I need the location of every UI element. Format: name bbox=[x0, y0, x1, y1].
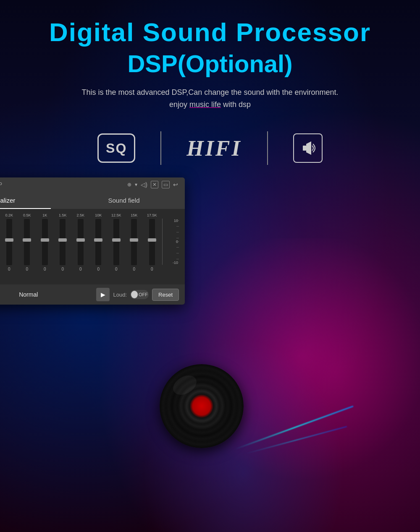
tab-sound-field[interactable]: Sound field bbox=[63, 192, 185, 209]
eq-panel: ⌂ Audio 4:25 ● P ⊕ ▾ ◁) ✕ ▭ ↩ Equalizer … bbox=[0, 177, 185, 305]
loud-label: Loud: bbox=[113, 292, 127, 298]
scale-top: 10 bbox=[174, 219, 178, 223]
eq-channel-3: 0.2K0 bbox=[1, 213, 18, 271]
window-icon[interactable]: ▭ bbox=[162, 181, 170, 188]
icon-divider-1 bbox=[160, 131, 161, 165]
main-title: Digital Sound Processor bbox=[49, 17, 371, 48]
slider-thumb-8[interactable] bbox=[94, 238, 102, 242]
slider-track-8[interactable] bbox=[95, 219, 101, 265]
channel-value-11: 0 bbox=[151, 267, 153, 271]
vinyl-outer bbox=[160, 364, 244, 448]
close-icon[interactable]: ✕ bbox=[151, 181, 158, 188]
next-button[interactable]: ▶ bbox=[96, 288, 110, 301]
slider-thumb-10[interactable] bbox=[130, 238, 138, 242]
slider-track-11[interactable] bbox=[149, 219, 155, 265]
slider-thumb-11[interactable] bbox=[148, 238, 156, 242]
description-suffix: with dsp bbox=[221, 100, 251, 109]
description: This is the most advanced DSP,Can change… bbox=[49, 86, 371, 111]
slider-thumb-6[interactable] bbox=[58, 238, 67, 242]
slider-track-4[interactable] bbox=[24, 219, 30, 265]
icons-row: SQ HIFI bbox=[97, 131, 323, 165]
slider-thumb-3[interactable] bbox=[5, 238, 13, 242]
slider-track-10[interactable] bbox=[131, 219, 137, 265]
status-icons: ⊕ ▾ ◁) ✕ ▭ ↩ bbox=[127, 181, 178, 188]
slider-thumb-7[interactable] bbox=[76, 238, 85, 242]
slider-track-3[interactable] bbox=[6, 219, 12, 265]
channel-value-10: 0 bbox=[133, 267, 135, 271]
slider-track-6[interactable] bbox=[60, 219, 66, 265]
icon-divider-2 bbox=[267, 131, 268, 165]
channel-label-11: 17.5K bbox=[147, 213, 157, 217]
slider-track-7[interactable] bbox=[78, 219, 84, 265]
eq-scale: 10 0 -10 bbox=[162, 219, 179, 265]
channel-value-7: 0 bbox=[79, 267, 82, 271]
description-music: music life bbox=[189, 100, 221, 109]
eq-channel-5: 1K0 bbox=[37, 213, 54, 271]
scale-tick-2 bbox=[176, 232, 179, 232]
mode-label: Normal bbox=[0, 291, 93, 298]
toggle-state: OFF bbox=[139, 292, 148, 297]
svg-rect-0 bbox=[303, 146, 306, 151]
eq-area: 60Hz080Hz00.1K00.2K00.5K01K01.5K02.5K010… bbox=[0, 209, 185, 284]
eq-sliders: 60Hz080Hz00.1K00.2K00.5K01K01.5K02.5K010… bbox=[0, 213, 160, 271]
reset-button[interactable]: Reset bbox=[152, 289, 179, 301]
speaker-icon bbox=[293, 133, 323, 163]
slider-track-5[interactable] bbox=[42, 219, 48, 265]
loud-toggle[interactable]: OFF bbox=[130, 290, 149, 299]
slider-thumb-5[interactable] bbox=[41, 238, 49, 242]
channel-value-8: 0 bbox=[97, 267, 100, 271]
subtitle: DSP(Optional) bbox=[49, 48, 371, 79]
channel-value-5: 0 bbox=[44, 267, 46, 271]
svg-marker-1 bbox=[306, 141, 311, 155]
hifi-icon: HIFI bbox=[186, 136, 242, 161]
eq-channel-10: 15K0 bbox=[126, 213, 143, 271]
eq-channel-7: 2.5K0 bbox=[72, 213, 89, 271]
eq-controls: ◀ Normal ▶ Loud: OFF Reset bbox=[0, 284, 185, 305]
tab-equalizer[interactable]: Equalizer bbox=[0, 192, 63, 209]
screen-wrapper: ⌂ Audio 4:25 ● P ⊕ ▾ ◁) ✕ ▭ ↩ Equalizer … bbox=[0, 177, 420, 305]
eq-sliders-container: 60Hz080Hz00.1K00.2K00.5K01K01.5K02.5K010… bbox=[0, 213, 179, 280]
channel-label-3: 0.2K bbox=[5, 213, 13, 217]
neon-line-1 bbox=[235, 406, 354, 450]
channel-value-6: 0 bbox=[61, 267, 64, 271]
channel-label-10: 15K bbox=[131, 213, 137, 217]
slider-thumb-9[interactable] bbox=[112, 238, 121, 242]
eq-tabs: Equalizer Sound field bbox=[0, 192, 185, 209]
scale-tick-top bbox=[176, 220, 179, 221]
description-prefix: enjoy bbox=[169, 100, 189, 109]
description-line1: This is the most advanced DSP,Can change… bbox=[81, 88, 338, 96]
scale-tick-mid bbox=[176, 241, 179, 242]
p-label: P bbox=[0, 182, 2, 188]
slider-thumb-4[interactable] bbox=[23, 238, 31, 242]
scale-tick-3 bbox=[176, 238, 179, 238]
vinyl-shine bbox=[170, 372, 200, 399]
location-icon: ⊕ bbox=[127, 182, 131, 188]
slider-track-9[interactable] bbox=[113, 219, 119, 265]
wifi-icon: ▾ bbox=[135, 182, 137, 188]
scale-tick-5 bbox=[176, 253, 179, 253]
toggle-knob bbox=[131, 291, 138, 298]
volume-icon: ◁) bbox=[141, 181, 147, 188]
channel-label-6: 1.5K bbox=[59, 213, 67, 217]
scale-mid: 0 bbox=[176, 240, 178, 244]
scale-tick-1 bbox=[176, 226, 179, 227]
eq-channel-11: 17.5K0 bbox=[144, 213, 161, 271]
scale-tick-4 bbox=[176, 247, 179, 248]
scale-tick-6 bbox=[176, 259, 179, 259]
eq-channel-9: 12.5K0 bbox=[108, 213, 125, 271]
channel-label-9: 12.5K bbox=[111, 213, 121, 217]
channel-value-3: 0 bbox=[8, 267, 10, 271]
channel-label-8: 10K bbox=[95, 213, 102, 217]
sq-icon: SQ bbox=[97, 133, 135, 163]
eq-channel-6: 1.5K0 bbox=[54, 213, 71, 271]
eq-channel-8: 10K0 bbox=[90, 213, 107, 271]
neon-streaks bbox=[231, 364, 399, 490]
status-bar: ⌂ Audio 4:25 ● P ⊕ ▾ ◁) ✕ ▭ ↩ bbox=[0, 177, 185, 192]
scale-bot: -10 bbox=[173, 261, 178, 265]
channel-value-4: 0 bbox=[26, 267, 28, 271]
channel-label-7: 2.5K bbox=[76, 213, 84, 217]
back-icon[interactable]: ↩ bbox=[173, 181, 178, 188]
vinyl-record bbox=[160, 364, 244, 448]
title-section: Digital Sound Processor DSP(Optional) Th… bbox=[41, 0, 379, 119]
eq-channel-4: 0.5K0 bbox=[18, 213, 36, 271]
